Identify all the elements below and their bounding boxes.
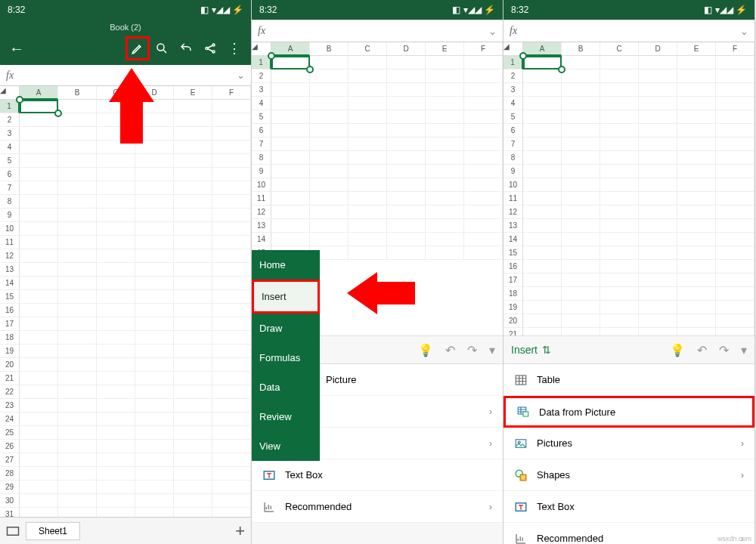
cell[interactable] bbox=[310, 192, 349, 206]
cell[interactable] bbox=[97, 181, 135, 195]
cell[interactable] bbox=[135, 168, 174, 181]
cell[interactable] bbox=[271, 70, 310, 83]
cell[interactable] bbox=[426, 138, 464, 151]
cell[interactable] bbox=[349, 233, 387, 246]
cell[interactable] bbox=[716, 178, 754, 192]
row-head[interactable]: 13 bbox=[0, 263, 20, 277]
lightbulb-icon[interactable]: 💡 bbox=[418, 343, 433, 357]
cell[interactable] bbox=[20, 494, 58, 508]
cell[interactable] bbox=[677, 56, 716, 70]
collapse-icon[interactable]: ▾ bbox=[741, 343, 747, 357]
cell[interactable] bbox=[426, 83, 464, 97]
cell[interactable] bbox=[523, 165, 562, 178]
cell[interactable] bbox=[426, 192, 464, 206]
row-head[interactable]: 14 bbox=[503, 233, 523, 246]
cell[interactable] bbox=[464, 56, 503, 70]
ribbon-header[interactable]: Insert ⇅ 💡 ↶ ↷ ▾ bbox=[503, 335, 754, 364]
lightbulb-icon[interactable]: 💡 bbox=[670, 343, 685, 357]
cell[interactable] bbox=[464, 70, 503, 83]
row-head[interactable]: 9 bbox=[252, 165, 271, 178]
cell[interactable] bbox=[97, 236, 135, 249]
cell[interactable] bbox=[310, 219, 349, 233]
cell[interactable] bbox=[677, 138, 716, 151]
cell[interactable] bbox=[677, 97, 716, 110]
cell[interactable] bbox=[716, 192, 754, 206]
cell[interactable] bbox=[58, 222, 97, 236]
cell[interactable] bbox=[212, 236, 251, 249]
cell[interactable] bbox=[677, 83, 716, 97]
menu-data[interactable]: Data bbox=[252, 372, 320, 402]
cell[interactable] bbox=[58, 141, 97, 154]
cell[interactable] bbox=[387, 124, 426, 138]
cell[interactable] bbox=[464, 219, 503, 233]
cell[interactable] bbox=[58, 127, 97, 141]
cell[interactable] bbox=[310, 178, 349, 192]
cell[interactable] bbox=[349, 97, 387, 110]
formula-bar[interactable]: fx ⌄ bbox=[252, 20, 503, 42]
search-button[interactable] bbox=[150, 36, 174, 60]
cell[interactable] bbox=[523, 301, 562, 314]
cell[interactable] bbox=[212, 345, 251, 358]
row-head[interactable]: 18 bbox=[503, 287, 523, 301]
cell[interactable] bbox=[135, 372, 174, 385]
cell[interactable] bbox=[97, 413, 135, 426]
cell[interactable] bbox=[212, 453, 251, 467]
cell[interactable] bbox=[639, 97, 677, 110]
cell[interactable] bbox=[174, 453, 212, 467]
cell[interactable] bbox=[58, 372, 97, 385]
cell[interactable] bbox=[58, 440, 97, 453]
cell[interactable] bbox=[271, 192, 310, 206]
row-head[interactable]: 10 bbox=[0, 222, 20, 236]
cell[interactable] bbox=[174, 236, 212, 249]
cell[interactable] bbox=[20, 290, 58, 304]
cell[interactable] bbox=[174, 494, 212, 508]
row-head[interactable]: 4 bbox=[252, 97, 271, 110]
col-head[interactable]: E bbox=[174, 86, 212, 100]
cell[interactable] bbox=[562, 233, 600, 246]
cell[interactable] bbox=[523, 287, 562, 301]
cell[interactable] bbox=[271, 83, 310, 97]
cell[interactable] bbox=[562, 83, 600, 97]
cell[interactable] bbox=[716, 165, 754, 178]
cell[interactable] bbox=[58, 413, 97, 426]
cell[interactable] bbox=[639, 151, 677, 165]
row-head[interactable]: 2 bbox=[0, 113, 20, 127]
row-head[interactable]: 10 bbox=[503, 178, 523, 192]
cell[interactable] bbox=[58, 263, 97, 277]
row-head[interactable]: 25 bbox=[0, 426, 20, 440]
cell[interactable] bbox=[58, 168, 97, 181]
cell[interactable] bbox=[716, 124, 754, 138]
cell[interactable] bbox=[20, 113, 58, 127]
cell[interactable] bbox=[639, 110, 677, 124]
cell[interactable] bbox=[58, 209, 97, 222]
row-head[interactable]: 8 bbox=[252, 151, 271, 165]
cell[interactable] bbox=[271, 165, 310, 178]
cell[interactable] bbox=[135, 413, 174, 426]
cell[interactable] bbox=[562, 192, 600, 206]
cell[interactable] bbox=[464, 83, 503, 97]
row-head[interactable]: 20 bbox=[0, 358, 20, 372]
cell[interactable] bbox=[97, 426, 135, 440]
cell[interactable] bbox=[271, 97, 310, 110]
collapse-icon[interactable]: ▾ bbox=[489, 343, 495, 357]
cell[interactable] bbox=[523, 97, 562, 110]
cell[interactable] bbox=[174, 331, 212, 345]
cell[interactable] bbox=[135, 195, 174, 209]
back-button[interactable]: ← bbox=[5, 36, 29, 60]
cell[interactable] bbox=[677, 192, 716, 206]
col-head[interactable]: B bbox=[310, 42, 349, 56]
cell-selection[interactable] bbox=[20, 100, 58, 113]
cell[interactable] bbox=[464, 138, 503, 151]
row-head[interactable]: 11 bbox=[0, 236, 20, 249]
cell[interactable] bbox=[58, 290, 97, 304]
ribbon-item-table[interactable]: Table bbox=[503, 364, 754, 396]
cell[interactable] bbox=[310, 138, 349, 151]
cell[interactable] bbox=[310, 97, 349, 110]
cell[interactable] bbox=[387, 83, 426, 97]
cell[interactable] bbox=[58, 304, 97, 317]
cell[interactable] bbox=[97, 263, 135, 277]
cell[interactable] bbox=[562, 151, 600, 165]
cell[interactable] bbox=[97, 317, 135, 331]
cell[interactable] bbox=[716, 260, 754, 274]
cell[interactable] bbox=[20, 481, 58, 494]
